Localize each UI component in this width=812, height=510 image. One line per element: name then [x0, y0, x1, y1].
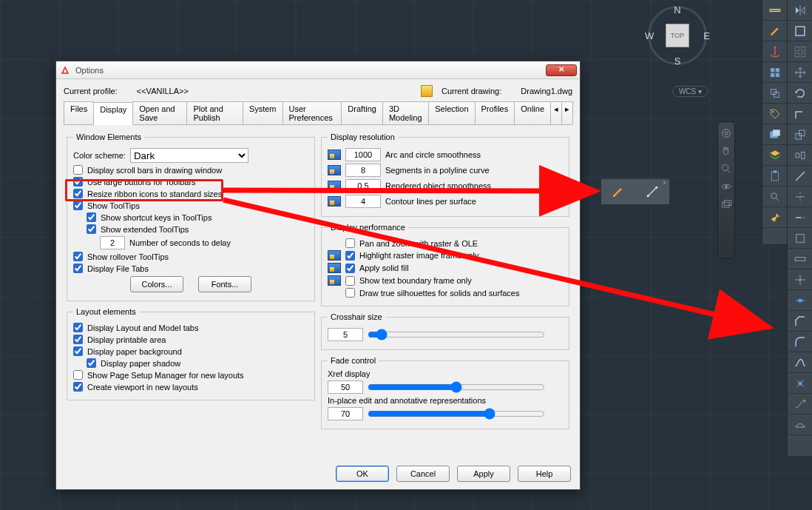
- floating-toolbar[interactable]: ×: [600, 178, 670, 205]
- tool-rotate-icon[interactable]: [788, 83, 812, 104]
- tool-anchor-icon[interactable]: [762, 41, 787, 62]
- wcs-badge[interactable]: WCS ▾: [672, 86, 708, 97]
- line-icon[interactable]: [645, 184, 660, 199]
- tab-plot-and-publish[interactable]: Plot and Publish: [186, 101, 243, 124]
- help-button[interactable]: Help: [518, 466, 571, 482]
- rollover-tooltips-checkbox[interactable]: [73, 252, 83, 261]
- colors-button[interactable]: Colors...: [130, 276, 183, 292]
- crosshair-size-slider[interactable]: [368, 329, 545, 340]
- pencil-icon[interactable]: [611, 184, 626, 199]
- tool-box-icon[interactable]: [788, 21, 812, 41]
- tool-hatch-icon[interactable]: [788, 415, 812, 435]
- fonts-button[interactable]: Fonts...: [198, 276, 251, 292]
- tool-tag-icon[interactable]: [762, 104, 787, 124]
- tool-snap-icon[interactable]: [788, 290, 812, 311]
- text-boundary-checkbox[interactable]: [345, 276, 355, 286]
- svg-rect-21: [796, 27, 805, 36]
- extended-tooltips-checkbox[interactable]: [87, 224, 96, 234]
- tool-spline-icon[interactable]: [788, 352, 812, 373]
- fade-control-legend: Fade control: [328, 356, 379, 365]
- arc-smoothness-input[interactable]: [345, 148, 381, 161]
- crosshair-size-input[interactable]: [328, 328, 363, 341]
- tab-scroll-right[interactable]: ▸: [561, 101, 573, 124]
- tool-layers-icon[interactable]: [762, 145, 787, 166]
- highlight-raster-checkbox[interactable]: [345, 251, 355, 261]
- create-viewport-checkbox[interactable]: [73, 382, 83, 392]
- layout-tabs-checkbox[interactable]: [73, 323, 83, 332]
- tool-measure-icon[interactable]: [762, 0, 787, 21]
- page-setup-checkbox[interactable]: [73, 370, 83, 380]
- pan-zoom-raster-checkbox[interactable]: [345, 238, 355, 248]
- tool-point-icon[interactable]: [788, 269, 812, 290]
- showmotion-icon[interactable]: [720, 198, 733, 211]
- xref-display-input[interactable]: [328, 380, 363, 394]
- cancel-button[interactable]: Cancel: [396, 466, 450, 482]
- polyline-segments-input[interactable]: [345, 164, 381, 177]
- solid-fill-checkbox[interactable]: [345, 264, 355, 273]
- tool-grid-icon[interactable]: [762, 62, 787, 83]
- layout-tabs-label: Display Layout and Model tabs: [87, 323, 198, 332]
- orbit-icon[interactable]: [720, 180, 733, 193]
- tab-open-and-save[interactable]: Open and Save: [132, 101, 187, 124]
- tool-fillet-icon[interactable]: [788, 332, 812, 352]
- svg-rect-9: [771, 68, 774, 72]
- ok-button[interactable]: OK: [336, 466, 389, 482]
- tool-pencil-icon[interactable]: [762, 21, 787, 41]
- tool-chamfer-icon[interactable]: [788, 311, 812, 332]
- tab-files[interactable]: Files: [64, 101, 94, 124]
- tab-profiles[interactable]: Profiles: [475, 101, 515, 124]
- tool-line-icon[interactable]: [788, 166, 812, 187]
- apply-button[interactable]: Apply: [457, 466, 510, 482]
- zoom-extents-icon[interactable]: [720, 162, 733, 175]
- paper-background-checkbox[interactable]: [73, 346, 83, 356]
- tool-scale-icon[interactable]: [788, 124, 812, 145]
- tab-display[interactable]: Display: [93, 102, 133, 125]
- tab-selection[interactable]: Selection: [428, 101, 475, 124]
- close-icon[interactable]: ×: [662, 180, 668, 186]
- tab-system[interactable]: System: [243, 101, 283, 124]
- shortcut-keys-checkbox[interactable]: [87, 212, 96, 222]
- tool-window-icon[interactable]: [762, 124, 787, 145]
- tool-clipboard-icon[interactable]: [762, 166, 787, 187]
- viewcube[interactable]: N S W E TOP: [645, 3, 710, 68]
- seconds-delay-input[interactable]: [100, 236, 125, 249]
- tool-stretch-icon[interactable]: [788, 145, 812, 166]
- steering-wheel-icon[interactable]: [720, 127, 733, 140]
- inplace-edit-input[interactable]: [328, 407, 363, 420]
- contour-lines-input[interactable]: [345, 195, 381, 208]
- scrollbars-checkbox[interactable]: [73, 165, 83, 175]
- xref-display-slider[interactable]: [368, 381, 545, 393]
- tab-drafting[interactable]: Drafting: [341, 101, 383, 124]
- tool-break-icon[interactable]: [788, 228, 812, 249]
- color-scheme-select[interactable]: Dark: [130, 148, 248, 163]
- close-button[interactable]: ✕: [546, 64, 577, 76]
- tool-trim-icon[interactable]: [788, 187, 812, 207]
- printable-area-checkbox[interactable]: [73, 335, 83, 344]
- tab-3d-modeling[interactable]: 3D Modeling: [382, 101, 429, 124]
- show-tooltips-checkbox[interactable]: [73, 201, 83, 210]
- tab-user-preferences[interactable]: User Preferences: [282, 101, 342, 124]
- tab-online[interactable]: Online: [514, 101, 551, 124]
- pan-icon[interactable]: [720, 144, 733, 158]
- paper-shadow-checkbox[interactable]: [87, 358, 96, 368]
- rendered-smoothness-input[interactable]: [345, 179, 381, 192]
- tool-copy-icon[interactable]: [762, 83, 787, 104]
- large-buttons-checkbox[interactable]: [73, 177, 83, 187]
- true-silhouettes-checkbox[interactable]: [345, 288, 355, 298]
- tool-move-icon[interactable]: [788, 62, 812, 83]
- tool-find-icon[interactable]: [762, 187, 787, 207]
- tool-dashgrid-icon[interactable]: [788, 41, 812, 62]
- file-tabs-checkbox[interactable]: [73, 264, 83, 273]
- svg-point-1: [725, 132, 728, 135]
- titlebar[interactable]: Options ✕: [56, 61, 580, 79]
- tool-explode-icon[interactable]: [788, 373, 812, 394]
- resize-ribbon-icons-checkbox[interactable]: [73, 189, 83, 198]
- tool-mirror-icon[interactable]: [788, 0, 812, 21]
- tool-array-icon[interactable]: [788, 394, 812, 415]
- inplace-edit-slider[interactable]: [368, 408, 545, 420]
- tool-extend-icon[interactable]: [788, 207, 812, 228]
- tool-broom-icon[interactable]: [762, 207, 787, 228]
- tab-scroll-left[interactable]: ◂: [550, 101, 562, 124]
- tool-corner-icon[interactable]: [788, 104, 812, 124]
- tool-join-icon[interactable]: [788, 249, 812, 269]
